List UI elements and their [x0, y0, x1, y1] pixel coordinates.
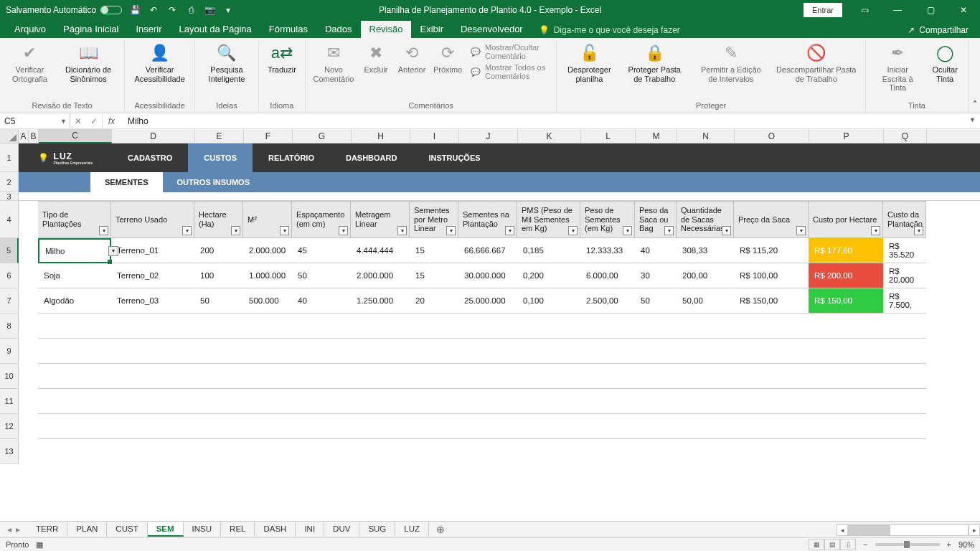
row-header-5[interactable]: 5 — [0, 238, 19, 263]
table-cell[interactable] — [635, 339, 677, 364]
table-cell[interactable] — [292, 314, 351, 339]
column-header-K[interactable]: K — [518, 129, 581, 143]
sheet-tab-plan[interactable]: PLAN — [67, 522, 107, 537]
table-cell[interactable]: 4.444.444 — [351, 238, 410, 263]
table-cell[interactable] — [458, 414, 517, 439]
table-cell[interactable]: Milho▾ — [38, 238, 111, 263]
table-cell[interactable] — [734, 314, 809, 339]
table-cell[interactable]: 500.000 — [243, 288, 292, 314]
column-header-P[interactable]: P — [809, 129, 884, 143]
table-cell[interactable] — [410, 389, 458, 414]
table-cell[interactable] — [635, 364, 677, 389]
table-cell[interactable] — [517, 364, 580, 389]
column-header-O[interactable]: O — [735, 129, 809, 143]
column-header-D[interactable]: D — [112, 129, 195, 143]
table-cell[interactable] — [809, 364, 883, 389]
scroll-thumb[interactable] — [849, 525, 890, 535]
select-all-corner[interactable] — [0, 129, 19, 143]
table-cell[interactable]: 50 — [292, 263, 351, 288]
scroll-left-icon[interactable]: ◂ — [837, 524, 848, 536]
new-comment-button[interactable]: ✉Novo Comentário — [310, 41, 357, 85]
show-hide-comment-button[interactable]: 💬Mostrar/Ocultar Comentário — [469, 42, 549, 61]
table-cell[interactable] — [635, 314, 677, 339]
filter-dropdown-icon[interactable]: ▾ — [664, 226, 674, 235]
row-header-9[interactable]: 9 — [0, 339, 19, 364]
formula-input[interactable]: Milho▼ — [121, 116, 980, 126]
table-cell[interactable] — [517, 314, 580, 339]
table-cell[interactable] — [677, 364, 734, 389]
table-cell[interactable] — [38, 314, 111, 339]
table-cell[interactable] — [292, 339, 351, 364]
row-header-8[interactable]: 8 — [0, 314, 19, 339]
table-cell[interactable] — [111, 364, 194, 389]
filter-dropdown-icon[interactable]: ▾ — [871, 226, 880, 235]
table-cell[interactable] — [883, 389, 926, 414]
table-cell[interactable] — [243, 314, 292, 339]
nav-primary-custos[interactable]: CUSTOS — [188, 143, 253, 172]
table-cell[interactable]: 0,200 — [517, 263, 580, 288]
ribbon-options-icon[interactable]: ▭ — [848, 0, 881, 20]
table-cell[interactable]: 40 — [292, 288, 351, 314]
table-cell[interactable]: 2.000.000 — [243, 238, 292, 263]
thesaurus-button[interactable]: 📖Dicionário de Sinônimos — [57, 41, 120, 85]
show-all-comments-button[interactable]: 💬Mostrar Todos os Comentários — [469, 62, 549, 81]
table-cell[interactable] — [883, 364, 926, 389]
table-cell[interactable]: 40 — [635, 238, 677, 263]
column-header-G[interactable]: G — [293, 129, 352, 143]
column-header-A[interactable]: A — [19, 129, 29, 143]
sheet-tab-dash[interactable]: DASH — [255, 522, 296, 537]
sheet-tab-luz[interactable]: LUZ — [395, 522, 429, 537]
row-header-7[interactable]: 7 — [0, 288, 19, 314]
tab-exibir[interactable]: Exibir — [411, 21, 452, 38]
table-cell[interactable]: 15 — [410, 263, 458, 288]
table-cell[interactable] — [243, 339, 292, 364]
table-cell[interactable] — [111, 314, 194, 339]
table-cell[interactable] — [458, 339, 517, 364]
filter-dropdown-icon[interactable]: ▾ — [505, 226, 514, 235]
prev-comment-button[interactable]: ⟲Anterior — [395, 41, 429, 76]
table-cell[interactable] — [38, 339, 111, 364]
table-cell[interactable]: 45 — [292, 238, 351, 263]
table-cell[interactable] — [734, 364, 809, 389]
sheet-tab-cust[interactable]: CUST — [107, 522, 147, 537]
signin-button[interactable]: Entrar — [804, 3, 842, 17]
table-cell[interactable]: 15 — [410, 238, 458, 263]
row-header-1[interactable]: 1 — [0, 143, 19, 172]
table-cell[interactable] — [458, 314, 517, 339]
table-cell[interactable] — [292, 414, 351, 439]
table-cell[interactable] — [351, 414, 410, 439]
undo-icon[interactable]: ↶ — [148, 4, 159, 16]
zoom-slider[interactable] — [875, 543, 940, 546]
table-cell[interactable]: R$ 200,00 — [809, 263, 883, 288]
table-cell[interactable]: 0,185 — [517, 238, 580, 263]
hide-ink-button[interactable]: ◯Ocultar Tinta — [926, 41, 963, 85]
column-header-M[interactable]: M — [636, 129, 677, 143]
table-cell[interactable] — [635, 389, 677, 414]
table-cell[interactable]: 200,00 — [677, 263, 734, 288]
page-layout-view-button[interactable]: ▤ — [824, 539, 840, 550]
row-header-3[interactable]: 3 — [0, 192, 19, 201]
table-cell[interactable] — [111, 414, 194, 439]
fx-button[interactable]: fx — [102, 113, 121, 128]
spellcheck-button[interactable]: ✔︎Verificar Ortografia — [4, 41, 55, 85]
table-cell[interactable] — [809, 339, 883, 364]
table-cell[interactable]: 1.250.000 — [351, 288, 410, 314]
cancel-formula-icon[interactable]: ✕ — [70, 113, 86, 128]
table-cell[interactable] — [734, 339, 809, 364]
table-cell[interactable] — [458, 389, 517, 414]
delete-comment-button[interactable]: ✖Excluir — [359, 41, 393, 76]
filter-dropdown-icon[interactable]: ▾ — [796, 226, 806, 235]
filter-dropdown-icon[interactable]: ▾ — [280, 226, 289, 235]
filter-dropdown-icon[interactable]: ▾ — [446, 226, 456, 235]
table-cell[interactable]: 30.000.000 — [458, 263, 517, 288]
smart-lookup-button[interactable]: 🔍Pesquisa Inteligente — [199, 41, 254, 85]
table-cell[interactable]: 12.333,33 — [580, 238, 635, 263]
table-cell[interactable] — [38, 364, 111, 389]
tab-layout[interactable]: Layout da Página — [171, 21, 260, 38]
table-cell[interactable]: R$ 100,00 — [734, 263, 809, 288]
close-icon[interactable]: ✕ — [947, 0, 980, 20]
nav-primary-dashboard[interactable]: DASHBOARD — [330, 143, 413, 172]
tellme-search[interactable]: 💡 Diga-me o que você deseja fazer — [532, 22, 687, 38]
start-inking-button[interactable]: ✒Iniciar Escrita à Tinta — [870, 41, 925, 94]
table-cell[interactable] — [243, 389, 292, 414]
